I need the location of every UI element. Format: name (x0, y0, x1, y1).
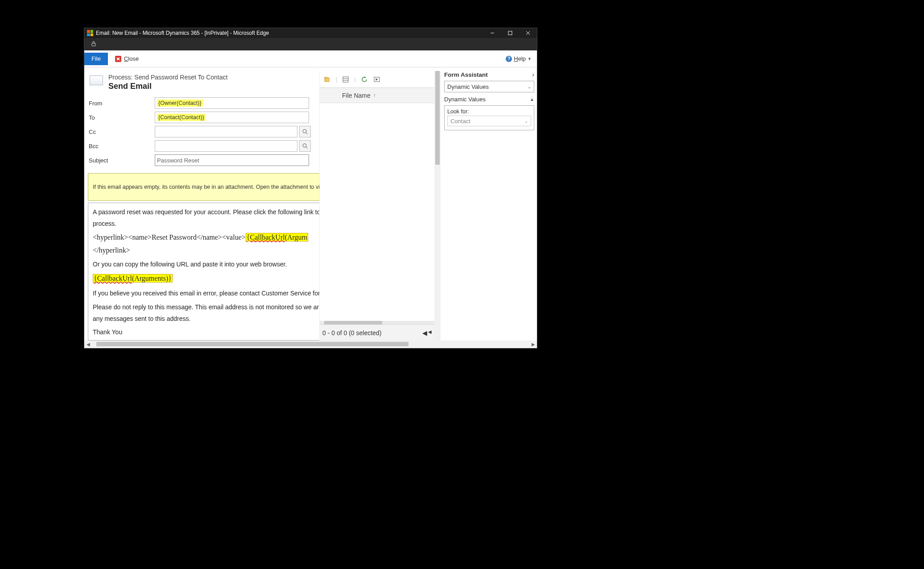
browser-security-bar (84, 38, 537, 50)
triangle-up-icon: ▲ (530, 97, 534, 102)
scroll-right-icon[interactable]: ▶ (529, 342, 537, 347)
from-field[interactable]: {Owner(Contact)} (155, 97, 309, 109)
attachments-panel: | | File Name ↑ (319, 71, 434, 341)
cc-lookup-button[interactable] (299, 126, 311, 137)
help-icon: ? (506, 56, 512, 62)
chevron-down-icon: ⌄ (524, 119, 528, 124)
attachments-toolbar: | | (320, 71, 434, 88)
attachments-list (320, 103, 434, 321)
dynamic-values-section-header[interactable]: Dynamic Values ▲ (444, 96, 534, 103)
collapse-chevron-icon[interactable]: › (532, 71, 534, 78)
look-for-select[interactable]: Contact ⌄ (447, 116, 531, 126)
window-close-button[interactable] (519, 28, 537, 38)
subject-field[interactable] (155, 154, 309, 166)
window-maximize-button[interactable] (501, 28, 519, 38)
attachment-play-icon[interactable] (373, 75, 381, 83)
assistant-type-select[interactable]: Dynamic Values ⌄ (444, 81, 534, 92)
dynamics-logo-icon (87, 30, 93, 36)
lock-icon (91, 41, 97, 48)
attachment-refresh-icon[interactable] (360, 75, 368, 83)
to-token: {Contact(Contact)} (157, 114, 206, 121)
email-form: Process: Send Password Reset To Contact … (84, 67, 319, 341)
to-label: To (88, 114, 155, 121)
subject-label: Subject (88, 157, 155, 164)
attachment-grid-icon[interactable] (342, 75, 350, 83)
scroll-left-icon[interactable]: ◀ (84, 342, 92, 347)
svg-point-7 (303, 144, 306, 147)
filename-column-header: File Name (342, 92, 371, 99)
help-button[interactable]: ? Help ▼ (506, 55, 532, 62)
attachments-horizontal-scrollbar[interactable] (320, 321, 434, 324)
empty-email-warning: If this email appears empty, its content… (88, 173, 319, 201)
attachments-header[interactable]: File Name ↑ (320, 88, 434, 103)
page-first-icon[interactable]: ◀ (422, 329, 427, 336)
svg-point-5 (303, 129, 306, 133)
cc-label: Cc (88, 129, 155, 135)
application-window: Email: New Email - Microsoft Dynamics 36… (84, 28, 537, 349)
chevron-down-icon: ⌄ (528, 84, 531, 89)
close-icon (115, 56, 121, 62)
bcc-lookup-button[interactable] (299, 140, 311, 152)
email-icon (90, 75, 103, 85)
page-title: Send Email (108, 82, 227, 91)
file-menu-button[interactable]: File (84, 53, 108, 65)
sort-ascending-icon: ↑ (373, 92, 376, 99)
from-label: From (88, 100, 155, 107)
svg-line-8 (306, 147, 308, 149)
window-minimize-button[interactable] (483, 28, 501, 38)
svg-rect-1 (508, 31, 512, 35)
bcc-field[interactable] (155, 140, 297, 152)
look-for-label: Look for: (447, 108, 531, 115)
subject-input[interactable] (157, 157, 307, 164)
chevron-down-icon: ▼ (528, 57, 532, 61)
attachments-count: 0 - 0 of 0 (0 selected) (322, 329, 381, 336)
form-assistant-panel: Form Assistant › Dynamic Values ⌄ Dynami… (441, 67, 537, 341)
form-assistant-title: Form Assistant (444, 71, 488, 78)
bcc-label: Bcc (88, 143, 155, 150)
from-token: {Owner(Contact)} (157, 100, 203, 107)
svg-rect-11 (343, 77, 348, 82)
svg-line-6 (306, 133, 308, 134)
ribbon-bar: File Close ? Help ▼ (84, 50, 537, 67)
titlebar: Email: New Email - Microsoft Dynamics 36… (84, 28, 537, 38)
attachments-status-bar: 0 - 0 of 0 (0 selected) ◀ ◀ (320, 324, 434, 341)
svg-marker-15 (376, 79, 378, 80)
window-title: Email: New Email - Microsoft Dynamics 36… (96, 30, 483, 36)
cc-field[interactable] (155, 126, 297, 137)
new-attachment-icon[interactable] (323, 75, 331, 83)
page-prev-icon[interactable]: ◀ (428, 329, 432, 336)
svg-rect-10 (325, 77, 327, 78)
close-button[interactable]: Close (115, 55, 139, 62)
content-vertical-scrollbar[interactable] (434, 71, 441, 341)
to-field[interactable]: {Contact(Contact)} (155, 112, 309, 123)
svg-rect-4 (92, 43, 95, 46)
content-horizontal-scrollbar[interactable]: ◀ ▶ (84, 341, 537, 348)
process-label: Process: Send Password Reset To Contact (108, 74, 227, 81)
email-body-editor[interactable]: A password reset was requested for your … (88, 203, 319, 341)
